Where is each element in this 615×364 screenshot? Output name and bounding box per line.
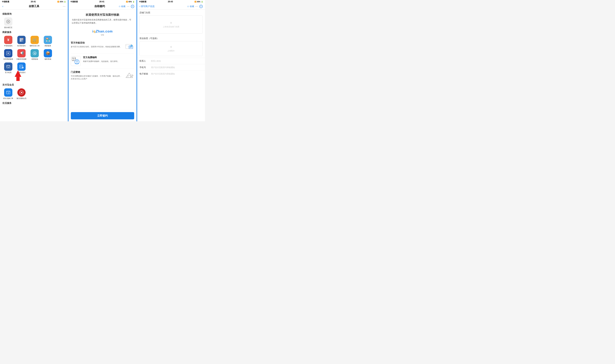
- status-bar-2: 中国联通 20:41 📶 65% 🔋: [68, 0, 136, 3]
- section-vip: 支付宝会员: [2, 83, 66, 86]
- svg-point-19: [8, 67, 9, 68]
- tool-history-order[interactable]: 🛒 物料历史订单: [29, 36, 41, 47]
- wm-han: han.com: [98, 29, 113, 33]
- feature-icon-material: [71, 56, 81, 66]
- tool-label-activate-youku: 激活优酷会员: [16, 97, 27, 99]
- bat-icon-2: 🔋: [133, 1, 135, 3]
- tool-label-huabei: 花呗收钱: [31, 58, 38, 60]
- signup-title: 欢迎使用支付宝当面付收款: [72, 13, 133, 17]
- svg-rect-2: [20, 39, 21, 39]
- tool-huabei[interactable]: 花 花呗收钱: [29, 49, 41, 60]
- battery-pct-1: 65%: [60, 1, 63, 3]
- tool-label-merchant-service: 商家服务: [45, 45, 51, 47]
- nav-right-1[interactable]: ···: [56, 5, 66, 8]
- panel-tools: 中国联通 20:41 📶 65% 🔋 ‹ 全部工具 ··· 保险查询: [0, 0, 68, 121]
- svg-point-20: [7, 66, 7, 67]
- battery-3: 📶 65% 🔋: [194, 1, 203, 3]
- signup-button[interactable]: 立即签约: [71, 112, 134, 119]
- upload-plus-icon: +: [170, 21, 172, 25]
- nav-dots-2[interactable]: ···: [127, 5, 129, 8]
- close-btn-3[interactable]: ✕: [199, 5, 203, 8]
- nav-right-2[interactable]: ☆ 收藏 ··· ✕: [119, 5, 134, 8]
- nav-right-3[interactable]: ☆ 收藏 ··· ✕: [187, 5, 203, 8]
- tool-merchant-service[interactable]: 🏪 商家服务: [42, 36, 54, 47]
- wm-z: Z: [96, 29, 98, 33]
- business-license-upload[interactable]: + 上传照片: [139, 41, 203, 56]
- bat-icon-3: 🔋: [201, 1, 203, 3]
- svg-rect-6: [20, 40, 21, 41]
- field-input-email[interactable]: 用户支付宝联系与审核通知: [151, 73, 203, 75]
- feature-item-subsidy: 官方补贴活动 参与官方出资的红包码、花呗周卡等活动，有效促进顾客消费。 周卡 ✉: [71, 39, 134, 54]
- tool-cancel-qr[interactable]: 取消收钱码: [15, 36, 27, 47]
- feature-item-material: 官方免费物料 商家可免费申请物料，包括贴纸、指引牌等。: [71, 54, 134, 68]
- svg-rect-40: [75, 58, 76, 59]
- field-label-email: 电子邮箱: [139, 72, 151, 75]
- insurance-tools-row: 退出相互宝: [2, 17, 66, 28]
- field-input-contact[interactable]: 联系人姓名: [151, 60, 203, 63]
- tool-quit-mutual[interactable]: 退出相互宝: [2, 17, 14, 28]
- signup-btn-bar: 立即签约: [68, 110, 136, 121]
- tool-label-quit-mutual: 退出相互宝: [4, 26, 12, 28]
- nav-left-1[interactable]: ‹: [2, 5, 12, 8]
- back-btn-3[interactable]: ‹ 填写商户信息: [139, 5, 155, 8]
- feature-item-store: 门店营销 可对消费者露出您专属的门店服务，引导用户收藏、做自运营，共享支付宝上亿…: [71, 68, 134, 83]
- vip-tools-row: 兑 积分兑换订单 激活优酷会员: [2, 88, 66, 99]
- field-input-phone[interactable]: 用户支付宝联系与审核通知: [151, 66, 203, 69]
- tool-material-shop[interactable]: 📦 物料商城: [42, 49, 54, 60]
- nav-dots-1[interactable]: ···: [63, 5, 66, 8]
- wm-q: q: [94, 29, 96, 33]
- tool-label-history-order: 物料历史订单: [30, 45, 40, 47]
- tool-label-material-shop: 物料商城: [45, 58, 51, 60]
- feature-text-subsidy: 官方补贴活动 参与官方出资的红包码、花呗周卡等活动，有效促进顾客消费。: [71, 41, 122, 48]
- tool-apply-qr[interactable]: ¥ 申请收钱码: [2, 36, 14, 47]
- svg-point-25: [22, 67, 24, 68]
- time-3: 20:43: [168, 0, 173, 3]
- tool-enable-face-payment[interactable]: 开通当面付: [15, 63, 27, 74]
- tool-icon-apply-qr: ¥: [4, 36, 12, 44]
- feature-list: 官方补贴活动 参与官方出资的红包码、花呗周卡等活动，有效促进顾客消费。 周卡 ✉: [68, 39, 136, 83]
- carrier-2: 中国联通: [70, 0, 78, 3]
- status-bar-1: 中国联通 20:41 📶 65% 🔋: [0, 0, 68, 3]
- business-license-plus-icon: +: [170, 45, 172, 49]
- field-label-phone: 手机号: [139, 66, 151, 69]
- tool-activate-youku[interactable]: 激活优酷会员: [15, 88, 27, 99]
- favorite-btn-2[interactable]: ☆ 收藏: [119, 5, 126, 8]
- battery-icon-1: 📶: [57, 1, 59, 3]
- signup-content: 欢迎使用支付宝当面付收款 当面付是支付宝提供给实体店商家收款的工具，使用当面付收…: [68, 10, 136, 110]
- section-insurance: 保险查询: [2, 13, 66, 15]
- field-row-email: 电子邮箱 用户支付宝联系与审核通知: [137, 71, 205, 77]
- tool-icon-voice-notify: 📢: [17, 49, 26, 57]
- feature-text-material: 官方免费物料 商家可免费申请物料，包括贴纸、指引牌等。: [83, 56, 134, 63]
- nav-dots-3[interactable]: ···: [195, 5, 198, 8]
- tool-official-device[interactable]: 官方机具: [2, 63, 14, 74]
- feature-desc-store: 可对消费者露出您专属的门店服务，引导用户收藏、做自运营，共享支付宝上亿用户: [71, 75, 122, 80]
- signup-hero: 欢迎使用支付宝当面付收款 当面付是支付宝提供给实体店商家收款的工具，使用当面付收…: [68, 10, 136, 27]
- nav-bar-3: ‹ 填写商户信息 ☆ 收藏 ··· ✕: [137, 3, 205, 10]
- feature-title-store: 门店营销: [71, 71, 122, 74]
- section-merchant: 商家服务: [2, 31, 66, 34]
- tool-close-merchant[interactable]: 关闭商家服务: [2, 49, 14, 60]
- merchant-content: 店铺门头照 + 上传含店名的门头照 营业执照（可选填） + 上传照片 联系人 联…: [137, 10, 205, 121]
- business-license-placeholder: 上传照片: [167, 50, 175, 52]
- back-arrow-1[interactable]: ‹: [2, 5, 3, 8]
- panel-signup: 中国联通 20:41 📶 65% 🔋 自助签约 ☆ 收藏 ··· ✕ 欢迎使用支…: [68, 0, 136, 121]
- svg-text:兑: 兑: [8, 92, 9, 94]
- merchant-tools-row2: 关闭商家服务 📢 到账语音提醒 花 花呗收钱 📦: [2, 49, 66, 60]
- store-photo-upload[interactable]: + 上传含店名的门头照: [139, 15, 203, 34]
- tool-icon-activate-youku: [17, 88, 26, 97]
- business-license-title: 营业执照（可选填）: [137, 35, 205, 41]
- tool-voice-notify[interactable]: 📢 到账语音提醒: [15, 49, 27, 60]
- nav-title-1: 全部工具: [29, 5, 39, 8]
- field-row-contact: 联系人 联系人姓名: [137, 58, 205, 64]
- tool-points-exchange[interactable]: 兑 积分兑换订单: [2, 88, 14, 99]
- nav-left-3[interactable]: ‹ 填写商户信息: [139, 5, 155, 8]
- close-btn-2[interactable]: ✕: [131, 5, 134, 8]
- tool-label-cancel-qr: 取消收钱码: [17, 45, 26, 47]
- time-1: 20:41: [31, 0, 36, 3]
- tool-icon-points-exchange: 兑: [4, 88, 12, 97]
- battery-2: 📶 65% 🔋: [126, 1, 135, 3]
- nav-title-2: 自助签约: [95, 5, 105, 8]
- favorite-btn-3[interactable]: ☆ 收藏: [187, 5, 194, 8]
- bat-icon-1: 🔋: [64, 1, 66, 3]
- battery-1: 📶 65% 🔋: [57, 1, 66, 3]
